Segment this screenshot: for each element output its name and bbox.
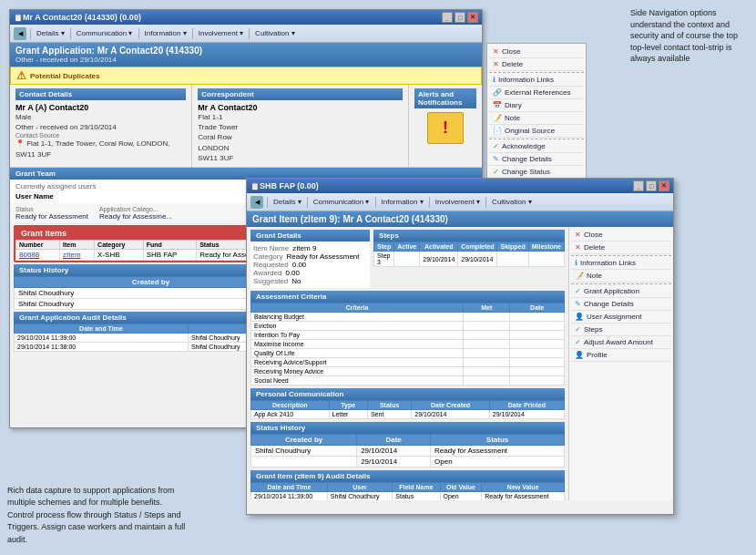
- nav-change-details[interactable]: ✎ Change Details: [489, 153, 584, 166]
- second-sh-row-2: 29/10/2014 Open: [251, 457, 565, 468]
- minimize-btn[interactable]: _: [442, 12, 453, 23]
- pin-icon: 📍: [15, 139, 25, 148]
- second-nav-grant-app[interactable]: ✓ Grant Application: [571, 285, 671, 298]
- second-sep1: [267, 197, 268, 208]
- second-nav-change-details[interactable]: ✎ Change Details: [571, 298, 671, 311]
- close-btn[interactable]: ✕: [467, 12, 478, 23]
- ac-date: [510, 322, 565, 331]
- ac-met: [464, 349, 510, 358]
- second-back-icon[interactable]: ◀: [250, 196, 263, 209]
- second-audit-new1: Ready for Assessment: [482, 492, 565, 501]
- second-nav-note[interactable]: 📝 Note: [571, 270, 671, 283]
- nav-info-links[interactable]: ℹ Information Links: [489, 74, 584, 87]
- ext-refs-icon: 🔗: [493, 88, 502, 97]
- ac-criteria: Balancing Budget: [251, 313, 464, 322]
- second-nav-steps[interactable]: ✓ Steps: [571, 324, 671, 336]
- status-field: Status Ready for Assessment: [15, 206, 88, 221]
- nav-note[interactable]: 📝 Note: [489, 112, 584, 125]
- details-btn[interactable]: Details ▾: [35, 29, 66, 37]
- toolbar-sep1: [30, 28, 31, 39]
- app-category-value: Ready for Assessme...: [99, 212, 172, 221]
- ac-row: Receiving Advice/Support: [251, 358, 565, 367]
- second-nav-close[interactable]: ✕ Close: [571, 229, 671, 242]
- maximize-btn[interactable]: □: [455, 12, 465, 23]
- ac-row: Social Need: [251, 376, 565, 385]
- item-name[interactable]: zItem: [59, 249, 94, 260]
- contact-name: Mr A (A) Contact20: [15, 103, 186, 112]
- item-number[interactable]: 80688: [16, 249, 60, 260]
- pc-col-type: Type: [329, 401, 367, 410]
- step-name: Step 3: [374, 252, 394, 267]
- second-nav-info-links[interactable]: ℹ Information Links: [571, 257, 671, 270]
- personal-comm-section: Personal Communication Description Type …: [250, 388, 565, 419]
- second-sh-header: Status History: [250, 422, 565, 434]
- pc-col-status: Status: [367, 401, 411, 410]
- second-cultivation-btn[interactable]: Cultivation ▾: [490, 198, 534, 206]
- alerts-header: Alerts andNotifications: [414, 88, 476, 108]
- nav-delete[interactable]: ✕ Delete: [489, 58, 584, 71]
- gd-item-name-row: Item Name zItem 9: [253, 244, 367, 252]
- ac-row: Eviction: [251, 322, 565, 331]
- pc-status: Sent: [367, 410, 411, 419]
- ac-criteria: Maximise Income: [251, 340, 464, 349]
- second-nav-sep1: [571, 255, 671, 256]
- second-maximize-btn[interactable]: □: [646, 180, 657, 191]
- second-info-links-icon: ℹ: [575, 259, 577, 267]
- nav-close[interactable]: ✕ Close: [489, 46, 584, 58]
- gd-requested-label: Requested: [253, 261, 289, 269]
- second-sh-row-1: Shifal Choudhury 29/10/2014 Ready for As…: [251, 446, 565, 457]
- second-nav-steps-label: Steps: [584, 325, 602, 334]
- assessment-section: Assessment Criteria Criteria Met Date Ba…: [250, 291, 565, 385]
- gd-suggested-label: Suggested: [253, 277, 288, 285]
- cultivation-btn[interactable]: Cultivation ▾: [253, 29, 297, 37]
- nav-diary[interactable]: 📅 Diary: [489, 99, 584, 112]
- grant-item-header: Grant Item (zItem 9): Mr A Contact20 (41…: [247, 211, 673, 227]
- side-annotation-text: Side Navigation options understand the c…: [630, 7, 749, 65]
- second-involvement-btn[interactable]: Involvement ▾: [434, 198, 482, 206]
- toolbar-sep4: [192, 28, 193, 39]
- second-nav-profile[interactable]: 👤 Profile: [571, 349, 671, 362]
- gd-category-label: Category: [253, 252, 282, 261]
- second-nav-adjust[interactable]: ✓ Adjust Award Amount: [571, 336, 671, 349]
- second-audit-user1: Shifal Choudhury: [327, 492, 392, 501]
- second-sep2: [307, 197, 308, 208]
- nav-ext-refs[interactable]: 🔗 External References: [489, 87, 584, 99]
- correspondent-postcode: SW11 3UF: [198, 153, 403, 163]
- second-nav-info-links-label: Information Links: [580, 259, 636, 267]
- ac-date: [510, 331, 565, 340]
- nav-original-source[interactable]: 📄 Original Source: [489, 125, 584, 138]
- second-nav-user-assign[interactable]: 👤 User Assignment: [571, 311, 671, 324]
- correspondent-addr3: Coral Row: [198, 132, 403, 142]
- second-right-nav: ✕ Close ✕ Delete ℹ Information Links 📝 N…: [568, 227, 673, 500]
- gd-suggested-row: Suggested No: [253, 277, 367, 285]
- nav-acknowledge[interactable]: ✓ Acknowledge: [489, 140, 584, 153]
- col-fund: Fund: [143, 240, 197, 249]
- involvement-btn[interactable]: Involvement ▾: [197, 29, 245, 37]
- correspondent-header: Correspondent: [198, 88, 403, 100]
- step-activated: 29/10/2014: [420, 252, 458, 267]
- second-information-btn[interactable]: Information ▾: [380, 198, 425, 206]
- second-communication-btn[interactable]: Communication ▾: [312, 198, 372, 206]
- col-category: Category: [95, 240, 144, 249]
- communication-btn[interactable]: Communication ▾: [75, 29, 135, 37]
- second-window-titlebar: 📋 SHB FAP (0.00) _ □ ✕: [247, 179, 673, 193]
- back-icon[interactable]: ◀: [14, 27, 26, 40]
- primary-window-titlebar: 📋 Mr A Contact20 (414330) (0.00) _ □ ✕: [10, 10, 482, 25]
- pc-table: Description Type Status Date Created Dat…: [250, 400, 565, 419]
- second-minimize-btn[interactable]: _: [633, 180, 644, 191]
- second-details-btn[interactable]: Details ▾: [271, 198, 303, 206]
- second-profile-icon: 👤: [575, 351, 584, 359]
- ac-criteria: Receiving Advice/Support: [251, 358, 464, 367]
- nav-sep1: [489, 72, 584, 73]
- second-toolbar: ◀ Details ▾ Communication ▾ Information …: [247, 193, 673, 211]
- second-nav-delete[interactable]: ✕ Delete: [571, 242, 671, 254]
- second-sh-col-date: Date: [357, 435, 431, 446]
- gd-suggested-value: No: [291, 277, 301, 285]
- information-btn[interactable]: Information ▾: [143, 29, 189, 37]
- grant-subtitle: Other - received on 29/10/2014: [15, 56, 476, 64]
- second-win-controls: _ □ ✕: [633, 180, 669, 191]
- alerts-col: Alerts andNotifications: [409, 85, 482, 167]
- second-audit-old1: Open: [440, 492, 482, 501]
- nav-change-status[interactable]: ✓ Change Status: [489, 166, 584, 179]
- second-close-btn[interactable]: ✕: [659, 180, 669, 191]
